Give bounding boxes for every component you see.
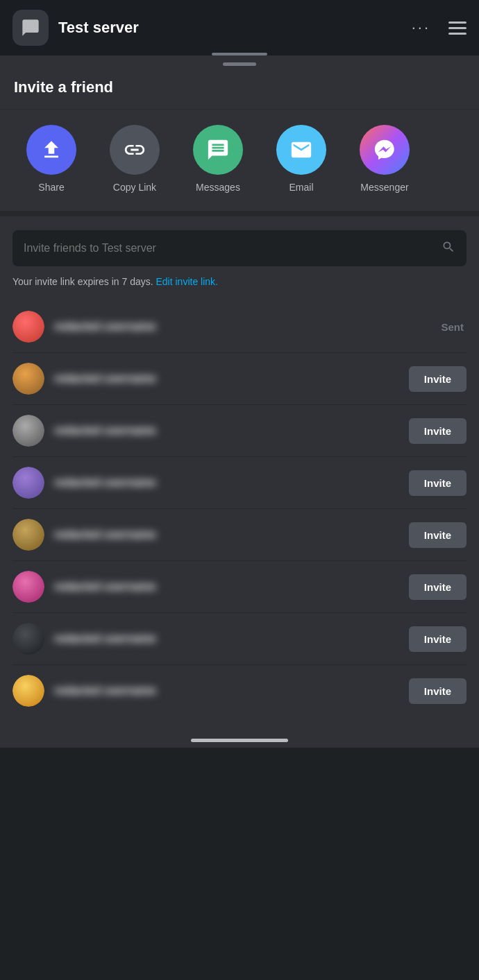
email-icon	[289, 138, 313, 162]
friend-item: redacted username Invite	[12, 613, 467, 665]
expire-text: Your invite link expires in 7 days. Edit…	[12, 276, 467, 287]
invite-button[interactable]: Invite	[409, 574, 467, 600]
friend-info: redacted username	[54, 581, 399, 593]
search-bar[interactable]	[12, 230, 467, 266]
share-label-copy-link: Copy Link	[113, 182, 156, 193]
messages-icon	[206, 138, 230, 162]
avatar-image	[12, 311, 44, 343]
top-bar: Test server ···	[0, 0, 479, 55]
share-upload-icon	[40, 138, 63, 162]
friend-list: redacted username Sent redacted username…	[12, 301, 467, 716]
avatar	[12, 311, 44, 343]
friend-name: redacted username	[54, 320, 156, 332]
share-item-messenger[interactable]: Messenger	[343, 125, 426, 193]
avatar	[12, 415, 44, 447]
invite-button[interactable]: Invite	[409, 366, 467, 392]
home-indicator-bar	[191, 739, 288, 742]
friend-name: redacted username	[54, 372, 156, 384]
friend-item: redacted username Invite	[12, 665, 467, 716]
bottom-indicator	[0, 730, 479, 748]
avatar-image	[12, 519, 44, 551]
server-avatar	[12, 10, 49, 46]
invite-button[interactable]: Invite	[409, 522, 467, 548]
edit-invite-link[interactable]: Edit invite link.	[156, 276, 217, 287]
share-icon-circle-messages	[193, 125, 243, 175]
menu-line-2	[448, 27, 467, 29]
invite-button[interactable]: Invite	[409, 470, 467, 496]
friend-item: redacted username Invite	[12, 561, 467, 613]
share-item-email[interactable]: Email	[260, 125, 343, 193]
share-label-messenger: Messenger	[360, 182, 408, 193]
avatar	[12, 675, 44, 707]
friend-item: redacted username Invite	[12, 509, 467, 561]
friend-name: redacted username	[54, 476, 156, 488]
avatar	[12, 363, 44, 395]
friend-info: redacted username	[54, 685, 399, 697]
avatar	[12, 467, 44, 499]
menu-line-1	[448, 22, 467, 24]
swipe-indicator	[212, 53, 267, 55]
server-name: Test server	[58, 19, 402, 37]
share-label-messages: Messages	[196, 182, 240, 193]
hamburger-menu[interactable]	[448, 22, 467, 35]
invite-header: Invite a friend	[0, 66, 479, 110]
search-input[interactable]	[24, 242, 442, 255]
friend-item: redacted username Invite	[12, 405, 467, 457]
share-item-copy-link[interactable]: Copy Link	[93, 125, 176, 193]
share-icon-circle-email	[276, 125, 326, 175]
invite-button[interactable]: Invite	[409, 678, 467, 704]
friend-name: redacted username	[54, 528, 156, 540]
invite-button[interactable]: Invite	[409, 626, 467, 652]
avatar	[12, 623, 44, 655]
friend-name: redacted username	[54, 633, 156, 644]
friend-info: redacted username	[54, 528, 399, 541]
avatar-image	[12, 415, 44, 447]
more-options[interactable]: ···	[412, 19, 430, 37]
share-row: Share Copy Link Messages Email	[0, 110, 479, 216]
share-label-share: Share	[38, 182, 64, 193]
friend-info: redacted username	[54, 476, 399, 489]
avatar-image	[12, 675, 44, 707]
avatar-image	[12, 623, 44, 655]
avatar	[12, 571, 44, 603]
share-item-share[interactable]: Share	[10, 125, 93, 193]
friend-item: redacted username Sent	[12, 301, 467, 353]
messenger-icon	[373, 138, 396, 162]
invite-button[interactable]: Invite	[409, 418, 467, 444]
avatar-image	[12, 571, 44, 603]
avatar-image	[12, 467, 44, 499]
sheet-handle-bar	[223, 62, 256, 66]
chat-icon	[21, 18, 40, 37]
friend-info: redacted username	[54, 372, 399, 385]
main-content: Your invite link expires in 7 days. Edit…	[0, 216, 479, 730]
share-item-messages[interactable]: Messages	[176, 125, 260, 193]
friend-name: redacted username	[54, 685, 156, 696]
share-icon-circle-copy	[110, 125, 160, 175]
share-icon-circle-share	[26, 125, 76, 175]
sheet-handle-area	[0, 55, 479, 66]
friend-info: redacted username	[54, 320, 431, 333]
invite-title: Invite a friend	[14, 78, 465, 96]
friend-item: redacted username Invite	[12, 353, 467, 405]
sent-label: Sent	[441, 321, 464, 333]
copy-link-icon	[123, 138, 146, 162]
avatar	[12, 519, 44, 551]
friend-item: redacted username Invite	[12, 457, 467, 509]
search-icon	[442, 240, 455, 257]
avatar-image	[12, 363, 44, 395]
friend-name: redacted username	[54, 581, 156, 592]
friend-name: redacted username	[54, 424, 156, 436]
friend-info: redacted username	[54, 633, 399, 645]
menu-line-3	[448, 33, 467, 35]
share-icon-circle-messenger	[360, 125, 410, 175]
friend-info: redacted username	[54, 424, 399, 437]
share-label-email: Email	[289, 182, 313, 193]
